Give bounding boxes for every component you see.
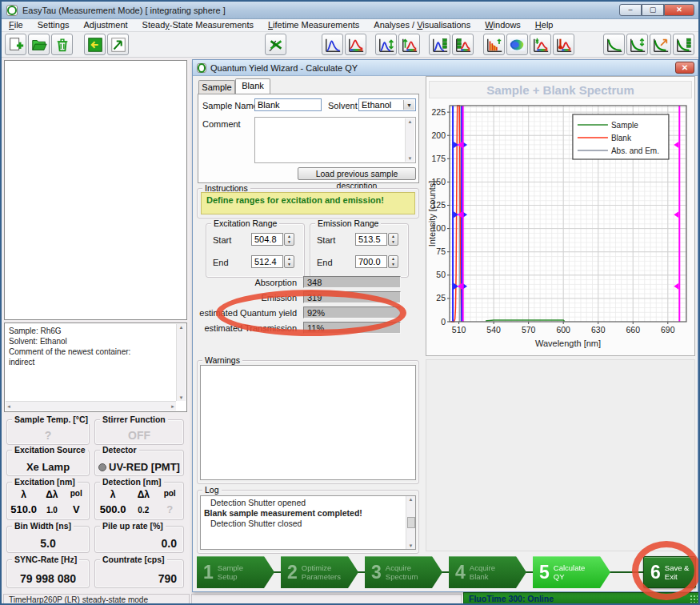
scroll-up-icon[interactable]: ▲ — [179, 325, 184, 330]
excitation-start-spinner[interactable]: 504.8▲▼ — [251, 233, 294, 246]
open-file-button[interactable] — [28, 34, 50, 55]
tab-blank[interactable]: Blank — [235, 78, 270, 94]
emission-series-button[interactable] — [452, 34, 474, 55]
empty-results-panel — [426, 359, 695, 551]
detector-value: UV-RED [PMT] — [109, 461, 180, 473]
emission-scan-button[interactable] — [398, 34, 420, 55]
pileup-group: Pile up rate [%] 0.0 — [94, 526, 184, 553]
menu-help[interactable]: Help — [528, 19, 561, 31]
tab-sample[interactable]: Sample — [198, 80, 235, 94]
svg-text:540: 540 — [486, 325, 501, 335]
dialog-icon — [197, 63, 206, 73]
sample-name-label: Sample Name — [202, 101, 258, 110]
sample-position-button[interactable] — [107, 34, 129, 55]
menu-adjustment[interactable]: Adjustment — [77, 19, 135, 31]
absorption-value: 348 — [303, 276, 401, 288]
detector-indicator-icon — [98, 463, 106, 471]
adjustment-tools-button[interactable] — [265, 34, 286, 55]
svg-text:175: 175 — [431, 154, 446, 163]
emission-spectrum-button[interactable] — [345, 34, 366, 55]
decay-series-button[interactable] — [673, 34, 694, 55]
wizard-step-2-optimize-parameters[interactable]: 2 OptimizeParameters — [281, 556, 358, 588]
sample-info-line: Comment of the newest container: — [9, 347, 172, 357]
svg-text:Wavelength [nm]: Wavelength [nm] — [535, 339, 601, 348]
detection-lambda-value: 500.0 — [97, 503, 129, 515]
detection-pol-value: ? — [158, 503, 182, 515]
bin-width-group: Bin Width [ns] 5.0 — [6, 526, 90, 553]
svg-text:75: 75 — [436, 246, 446, 256]
scroll-right-icon[interactable]: ► — [170, 404, 175, 409]
countrate-value: 790 — [95, 572, 183, 585]
log-box: Detection Shutter openedBlank sample mea… — [200, 495, 416, 550]
menu-file[interactable]: File — [2, 19, 30, 31]
emission-end-spinner[interactable]: 700.0▲▼ — [355, 255, 398, 268]
tcspc-histogram-button[interactable] — [483, 34, 505, 55]
emission-range-group: Emission Range Start 513.5▲▼ End 700.0▲▼ — [310, 223, 409, 278]
wizard-step-3-acquire-spectrum[interactable]: 3 AcquireSpectrum — [365, 556, 442, 588]
sample-name-input[interactable]: Blank — [254, 98, 322, 111]
temperature-series-button[interactable] — [553, 34, 574, 55]
emission-start-spinner[interactable]: 513.5▲▼ — [355, 233, 398, 246]
comment-scrollbar[interactable]: ▲▼ — [405, 118, 414, 162]
wizard-step-4-acquire-blank[interactable]: 4 AcquireBlank — [449, 556, 526, 588]
decay-scan-button[interactable] — [626, 34, 648, 55]
resize-grip[interactable] — [690, 595, 698, 603]
menu-windows[interactable]: Windows — [478, 19, 528, 31]
excitation-wavelength-group: Excitation [nm] λ Δλ pol 510.0 1.0 V — [6, 482, 90, 520]
contour-plot-button[interactable] — [506, 34, 528, 55]
excitation-source-value: Xe Lamp — [7, 461, 89, 473]
wizard-step-bar: 1 SampleSetup 2 OptimizeParameters 3 Acq… — [197, 556, 696, 588]
maximize-button[interactable]: ▢ — [642, 4, 664, 16]
park-system-button[interactable] — [84, 34, 106, 55]
svg-text:225: 225 — [431, 107, 446, 117]
detection-label: Detection [nm] — [100, 477, 164, 487]
log-group: Log Detection Shutter openedBlank sample… — [197, 490, 419, 554]
menu-analyses-visualisations[interactable]: Analyses / Visualisations — [366, 19, 478, 31]
close-button[interactable]: ✕ — [664, 4, 694, 16]
menu-settings[interactable]: Settings — [30, 19, 77, 31]
menu-lifetime-measurements[interactable]: Lifetime Measurements — [261, 19, 366, 31]
log-scrollbar[interactable]: ▲▼ — [406, 496, 415, 549]
decay-button[interactable] — [603, 34, 625, 55]
wizard-step-6-save-exit[interactable]: 6 Save &Exit — [643, 556, 696, 588]
detector-label: Detector — [100, 445, 139, 455]
svg-text:570: 570 — [522, 325, 536, 335]
svg-text:630: 630 — [591, 325, 606, 335]
pileup-label: Pile up rate [%] — [100, 521, 166, 531]
sample-info-panel: Sample: Rh6G Solvent: Ethanol Comment of… — [4, 323, 187, 412]
dialog-close-button[interactable]: ✕ — [675, 62, 694, 74]
wizard-step-1-sample-setup[interactable]: 1 SampleSetup — [197, 556, 274, 588]
minimize-button[interactable]: – — [619, 4, 642, 16]
svg-text:Blank: Blank — [611, 134, 632, 142]
scroll-left-icon[interactable]: ◄ — [6, 404, 11, 409]
excitation-range-group: Excitation Range Start 504.8▲▼ End 512.4… — [206, 223, 305, 278]
svg-text:600: 600 — [556, 325, 570, 335]
excitation-lambda-value: 510.0 — [9, 503, 38, 515]
warnings-box — [200, 365, 416, 480]
anisotropy-button[interactable] — [530, 34, 551, 55]
excitation-scan-button[interactable] — [375, 34, 397, 55]
load-previous-sample-button[interactable]: Load previous sample description — [298, 167, 416, 180]
comment-textarea[interactable]: ▲▼ — [254, 117, 416, 163]
app-icon — [6, 5, 18, 16]
excitation-spectrum-button[interactable] — [322, 34, 343, 55]
delete-button[interactable] — [51, 34, 73, 55]
chevron-down-icon[interactable]: ▼ — [403, 100, 414, 110]
measurement-list-panel[interactable] — [4, 60, 187, 320]
wizard-step-5-calculate-qy[interactable]: 5 CalculateQY — [533, 556, 610, 588]
log-label: Log — [202, 485, 222, 495]
vertical-scrollbar[interactable]: ▲▼ — [176, 324, 186, 401]
spectrum-chart[interactable]: 5105405706006306606900255075100125150175… — [428, 101, 693, 354]
menu-steady-state-measurements[interactable]: Steady-State Measurements — [135, 19, 261, 31]
excitation-series-button[interactable] — [429, 34, 450, 55]
horizontal-scrollbar[interactable]: ◄► — [6, 401, 176, 411]
decay-trex-button[interactable] — [650, 34, 671, 55]
excitation-end-spinner[interactable]: 512.4▲▼ — [251, 255, 294, 268]
easytau-window: EasyTau (Measurement Mode) [ integrating… — [0, 0, 700, 605]
detector-group: Detector UV-RED [PMT] — [94, 450, 184, 476]
scroll-down-icon[interactable]: ▼ — [179, 395, 184, 400]
solvent-combobox[interactable]: Ethanol ▼ — [358, 98, 416, 111]
sample-temp-value: ? — [7, 429, 89, 442]
svg-text:690: 690 — [661, 325, 675, 335]
new-measurement-button[interactable] — [5, 34, 26, 55]
